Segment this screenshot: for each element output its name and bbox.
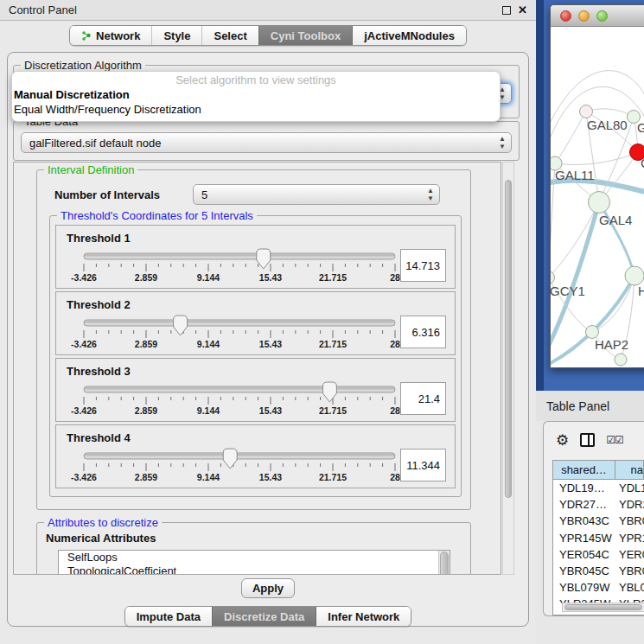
close-icon[interactable]: ✕ bbox=[518, 6, 527, 15]
network-canvas[interactable]: GAL80GACGAL11GAL4GCY1HHAP2 bbox=[551, 27, 644, 367]
network-window-titlebar[interactable] bbox=[551, 5, 644, 27]
cell-name[interactable]: YDR2 bbox=[615, 496, 644, 513]
table-row[interactable]: YBR045CYBR0 bbox=[553, 563, 644, 579]
table-hscrollbar[interactable] bbox=[562, 603, 644, 612]
float-window-icon[interactable] bbox=[502, 6, 511, 15]
threshold-label: Threshold 2 bbox=[67, 298, 446, 311]
tab-select[interactable]: Select bbox=[201, 26, 258, 45]
panel-title: Control Panel bbox=[9, 3, 77, 16]
slider-thumb[interactable] bbox=[174, 316, 188, 335]
slider-graphic: -3.4262.8599.14415.4321.71528 bbox=[79, 246, 400, 284]
slider-tick-label: 15.43 bbox=[259, 339, 282, 349]
table-row[interactable]: YER054CYER0 bbox=[553, 546, 644, 563]
select-checkboxes-icon[interactable]: ☑☑ bbox=[606, 434, 623, 446]
slider-graphic: -3.4262.8599.14415.4321.71528 bbox=[79, 313, 400, 351]
table-row[interactable]: YPR145WYPR1 bbox=[553, 530, 644, 546]
zoom-button[interactable] bbox=[596, 10, 608, 22]
group-title-attributes: Attributes to discretize bbox=[44, 516, 162, 529]
attribute-item-topologicalcoefficient[interactable]: TopologicalCoefficient bbox=[59, 564, 450, 575]
threshold-label: Threshold 4 bbox=[67, 431, 446, 444]
group-title-thresholds: Threshold's Coordinates for 5 Intervals bbox=[57, 209, 257, 222]
table-row[interactable]: YDL19…YDL1 bbox=[553, 480, 644, 496]
num-intervals-combobox[interactable]: 5 ▲▼ bbox=[193, 184, 440, 205]
network-node-gal80[interactable] bbox=[580, 105, 593, 118]
network-node[interactable] bbox=[615, 354, 627, 366]
cell-shared-name[interactable]: YPR145W bbox=[553, 530, 615, 546]
table-row[interactable]: YIL052CYIL0 bbox=[553, 613, 644, 616]
threshold-value-field[interactable]: 14.713 bbox=[400, 249, 446, 282]
slider-tick-label: 21.715 bbox=[319, 472, 347, 482]
table-row[interactable]: YBL079WYBL0 bbox=[553, 579, 644, 596]
slider-thumb[interactable] bbox=[223, 449, 237, 469]
cytoscape-desktop: GAL80GACGAL11GAL4GCY1HHAP2 bbox=[536, 0, 644, 391]
slider-thumb[interactable] bbox=[257, 249, 271, 269]
tab-network[interactable]: Network bbox=[70, 26, 151, 45]
tab-impute-data[interactable]: Impute Data bbox=[125, 607, 212, 626]
tab-label: Impute Data bbox=[137, 610, 201, 623]
cell-shared-name[interactable]: YIL052C bbox=[553, 613, 615, 616]
gear-icon[interactable]: ⚙ bbox=[556, 433, 569, 448]
tab-infer-network[interactable]: Infer Network bbox=[316, 607, 411, 626]
column-header-shared[interactable]: shared… bbox=[553, 461, 615, 479]
slider-tick-label: -3.426 bbox=[71, 339, 97, 349]
threshold-panel-4: Threshold 4-3.4262.8599.14415.4321.71528… bbox=[55, 424, 456, 488]
columns-icon[interactable] bbox=[580, 433, 595, 447]
network-graph: GAL80GACGAL11GAL4GCY1HHAP2 bbox=[551, 27, 644, 367]
cell-name[interactable]: YER0 bbox=[615, 546, 644, 563]
slider-thumb[interactable] bbox=[322, 382, 336, 402]
network-node-gal4[interactable] bbox=[589, 192, 610, 214]
network-node-h[interactable] bbox=[625, 266, 644, 285]
threshold-slider[interactable]: -3.4262.8599.14415.4321.71528 bbox=[79, 313, 400, 351]
apply-button[interactable]: Apply bbox=[241, 578, 295, 598]
tab-jactivemnodules[interactable]: jActiveMNodules bbox=[352, 26, 466, 45]
tab-discretize-data[interactable]: Discretize Data bbox=[212, 607, 316, 626]
combo-stepper-icon: ▲▼ bbox=[499, 135, 506, 150]
popup-option-equal-width[interactable]: Equal Width/Frequency Discretization bbox=[12, 102, 500, 117]
table-row[interactable]: YBR043CYBR0 bbox=[553, 513, 644, 529]
scrollbar-thumb[interactable] bbox=[564, 604, 642, 610]
threshold-value-field[interactable]: 21.4 bbox=[400, 382, 446, 415]
network-node-gcy1[interactable] bbox=[551, 271, 555, 284]
minimize-button[interactable] bbox=[578, 10, 590, 22]
cell-shared-name[interactable]: YBL079W bbox=[553, 579, 615, 596]
cell-shared-name[interactable]: YBR043C bbox=[553, 513, 615, 529]
tab-cyni-toolbox[interactable]: Cyni Toolbox bbox=[258, 26, 352, 45]
scrollbar-thumb[interactable] bbox=[440, 552, 449, 575]
threshold-slider[interactable]: -3.4262.8599.14415.4321.71528 bbox=[79, 379, 400, 418]
network-view-window: GAL80GACGAL11GAL4GCY1HHAP2 bbox=[550, 4, 644, 368]
cell-shared-name[interactable]: YBR045C bbox=[553, 563, 615, 579]
slider-tick-label: 9.144 bbox=[197, 272, 220, 283]
threshold-value-field[interactable]: 11.344 bbox=[400, 449, 446, 481]
thresholds-group: Threshold's Coordinates for 5 Intervals … bbox=[49, 215, 462, 497]
cell-name[interactable]: YDL1 bbox=[615, 480, 644, 496]
slider-tick-label: 2.859 bbox=[135, 272, 157, 283]
settings-scrollbar[interactable] bbox=[502, 162, 514, 575]
tab-style[interactable]: Style bbox=[151, 26, 201, 45]
num-intervals-value: 5 bbox=[201, 188, 207, 201]
cell-name[interactable]: YIL0 bbox=[615, 613, 644, 616]
threshold-slider[interactable]: -3.4262.8599.14415.4321.71528 bbox=[79, 246, 400, 284]
settings-scrollpane: Interval Definition Number of Intervals … bbox=[13, 162, 501, 575]
cell-shared-name[interactable]: YDL19… bbox=[553, 480, 615, 496]
cell-name[interactable]: YBR0 bbox=[615, 513, 644, 529]
close-button[interactable] bbox=[560, 10, 571, 22]
cell-name[interactable]: YPR1 bbox=[615, 530, 644, 546]
slider-tick-label: 2.859 bbox=[135, 472, 157, 482]
node-label: GAL11 bbox=[555, 168, 595, 182]
attributes-scrollbar[interactable] bbox=[438, 551, 450, 575]
threshold-value-field[interactable]: 6.316 bbox=[400, 316, 446, 348]
slider-tick-label: 28 bbox=[390, 405, 400, 416]
numerical-attributes-list[interactable]: SelfLoopsTopologicalCoefficientBetweenne… bbox=[58, 550, 450, 575]
attribute-item-selfloops[interactable]: SelfLoops bbox=[59, 551, 450, 564]
cell-shared-name[interactable]: YER054C bbox=[553, 546, 615, 563]
table-panel-title: Table Panel bbox=[546, 399, 609, 413]
cell-name[interactable]: YBR0 bbox=[615, 563, 644, 579]
cell-shared-name[interactable]: YDR27… bbox=[553, 496, 615, 513]
table-row[interactable]: YDR27…YDR2 bbox=[553, 496, 644, 513]
popup-option-manual[interactable]: Manual Discretization bbox=[12, 87, 500, 102]
cell-name[interactable]: YBL0 bbox=[615, 579, 644, 596]
table-data-combobox[interactable]: galFiltered.sif default node ▲▼ bbox=[21, 132, 512, 153]
threshold-slider[interactable]: -3.4262.8599.14415.4321.71528 bbox=[79, 446, 400, 484]
column-header-name[interactable]: na bbox=[615, 461, 644, 479]
scrollbar-thumb[interactable] bbox=[505, 180, 512, 498]
